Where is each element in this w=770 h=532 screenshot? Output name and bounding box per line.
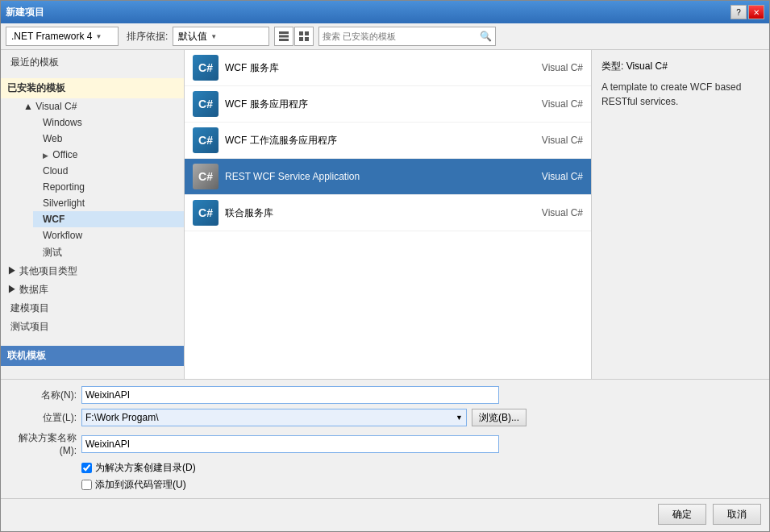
framework-dropdown[interactable]: .NET Framework 4 ▼ [6,27,119,46]
solution-input[interactable] [81,435,499,453]
sidebar-windows[interactable]: Windows [33,114,184,131]
template-icon-2: C# [193,91,219,117]
checkbox1[interactable] [81,463,92,473]
template-item-4[interactable]: C# REST WCF Service Application Visual C… [185,159,591,195]
help-button[interactable]: ? [730,5,747,19]
sidebar-online-header[interactable]: 联机模板 [1,346,184,366]
template-icon-5: C# [193,200,219,226]
location-value: F:\Work Progam\ [85,412,158,423]
template-icon-3: C# [193,127,219,153]
svg-rect-4 [305,31,309,35]
list-view-button[interactable] [274,27,293,46]
template-icon-1: C# [193,55,219,81]
list-view-icon [278,31,289,42]
grid-view-icon [298,31,310,42]
grid-view-button[interactable] [294,27,314,46]
name-label: 名称(N): [9,389,81,402]
search-icon: 🔍 [480,31,492,42]
visual-csharp-label: ▲ Visual C# [23,101,77,112]
name-row: 名称(N): [9,386,761,404]
template-lang-5: Visual C# [527,207,583,218]
template-item-1[interactable]: C# WCF 服务库 Visual C# [185,50,591,86]
info-panel: 类型: Visual C# A template to create WCF b… [592,50,769,379]
main-content: 最近的模板 已安装的模板 ▲ Visual C# Windows Web ▶ O… [1,50,769,379]
title-bar: 新建项目 ? ✕ [1,1,769,23]
sidebar-office-label: Office [52,149,77,160]
view-icons [274,27,314,46]
checkbox1-item: 为解决方案创建目录(D) [81,461,499,475]
checkboxes: 为解决方案创建目录(D) 添加到源代码管理(U) [81,461,499,492]
info-description: A template to create WCF based RESTful s… [601,80,760,109]
sort-dropdown-arrow: ▼ [210,33,217,40]
svg-rect-6 [305,37,309,41]
checkbox-row: 为解决方案创建目录(D) 添加到源代码管理(U) [9,461,761,492]
template-lang-1: Visual C# [527,62,583,73]
search-input[interactable] [323,31,480,41]
sidebar-office[interactable]: ▶ Office [33,147,184,163]
sort-dropdown[interactable]: 默认值 ▼ [173,27,269,46]
sidebar-recent[interactable]: 最近的模板 [1,53,184,72]
template-icon-4: C# [193,164,219,189]
sidebar: 最近的模板 已安装的模板 ▲ Visual C# Windows Web ▶ O… [1,50,185,379]
sidebar-workflow[interactable]: Workflow [33,227,184,243]
sidebar-database[interactable]: ▶ 数据库 [1,281,184,299]
main-window: 新建项目 ? ✕ .NET Framework 4 ▼ 排序依据: 默认值 ▼ [0,0,770,532]
svg-rect-1 [279,35,289,38]
location-dropdown-arrow: ▼ [456,414,463,422]
sidebar-web[interactable]: Web [33,131,184,147]
name-input[interactable] [81,386,499,404]
checkbox1-label: 为解决方案创建目录(D) [95,461,196,475]
framework-label: .NET Framework 4 [11,31,92,42]
checkbox2-item: 添加到源代码管理(U) [81,478,499,492]
template-name-1: WCF 服务库 [225,61,520,75]
template-name-5: 联合服务库 [225,206,520,220]
svg-rect-3 [299,31,303,35]
checkbox2[interactable] [81,480,92,490]
sidebar-visual-csharp[interactable]: ▲ Visual C# [17,98,184,114]
template-lang-2: Visual C# [527,98,583,110]
location-dropdown[interactable]: F:\Work Progam\ ▼ [81,409,467,426]
template-name-2: WCF 服务应用程序 [225,98,520,111]
search-box[interactable]: 🔍 [318,27,496,46]
template-name-4: REST WCF Service Application [225,171,520,182]
solution-label: 解决方案名称(M): [9,431,81,456]
sidebar-installed-header[interactable]: 已安装的模板 [1,78,184,98]
online-section: 联机模板 [1,346,184,366]
template-name-3: WCF 工作流服务应用程序 [225,134,520,148]
checkbox2-label: 添加到源代码管理(U) [95,478,186,492]
bottom-form: 名称(N): 位置(L): F:\Work Progam\ ▼ 浏览(B)...… [1,379,769,498]
title-bar-buttons: ? ✕ [730,5,764,19]
svg-rect-5 [299,37,303,41]
sidebar-cloud[interactable]: Cloud [33,163,184,179]
ok-button[interactable]: 确定 [658,504,706,525]
framework-dropdown-arrow: ▼ [95,33,102,40]
location-row: 位置(L): F:\Work Progam\ ▼ 浏览(B)... [9,409,761,426]
template-lang-4: Visual C# [527,171,583,182]
sidebar-silverlight[interactable]: Silverlight [33,195,184,211]
visual-csharp-section: ▲ Visual C# Windows Web ▶ Office Cloud R… [1,98,184,262]
template-item-2[interactable]: C# WCF 服务应用程序 Visual C# [185,86,591,123]
template-list: C# WCF 服务库 Visual C# C# WCF 服务应用程序 Visua… [185,50,592,379]
cancel-button[interactable]: 取消 [713,504,761,525]
template-item-5[interactable]: C# 联合服务库 Visual C# [185,195,591,231]
solution-row: 解决方案名称(M): [9,431,761,456]
sidebar-test-project[interactable]: 测试项目 [1,318,184,336]
bottom-buttons: 确定 取消 [1,498,769,531]
sidebar-other-projects[interactable]: ▶ 其他项目类型 [1,262,184,281]
location-label: 位置(L): [9,411,81,425]
browse-button[interactable]: 浏览(B)... [472,409,527,426]
template-item-3[interactable]: C# WCF 工作流服务应用程序 Visual C# [185,123,591,159]
installed-section: 已安装的模板 ▲ Visual C# Windows Web ▶ Office … [1,75,184,339]
sidebar-build-project[interactable]: 建模项目 [1,299,184,318]
office-expand-icon: ▶ [43,152,48,160]
toolbar: .NET Framework 4 ▼ 排序依据: 默认值 ▼ [1,23,769,50]
window-title: 新建项目 [6,6,44,19]
sidebar-wcf[interactable]: WCF [33,211,184,227]
sidebar-reporting[interactable]: Reporting [33,179,184,195]
close-button[interactable]: ✕ [748,5,764,19]
sidebar-test[interactable]: 测试 [33,243,184,262]
template-lang-3: Visual C# [527,135,583,146]
sort-value: 默认值 [178,30,207,44]
csharp-children: Windows Web ▶ Office Cloud Reporting Sil… [17,114,184,262]
info-type: 类型: Visual C# [601,60,760,73]
